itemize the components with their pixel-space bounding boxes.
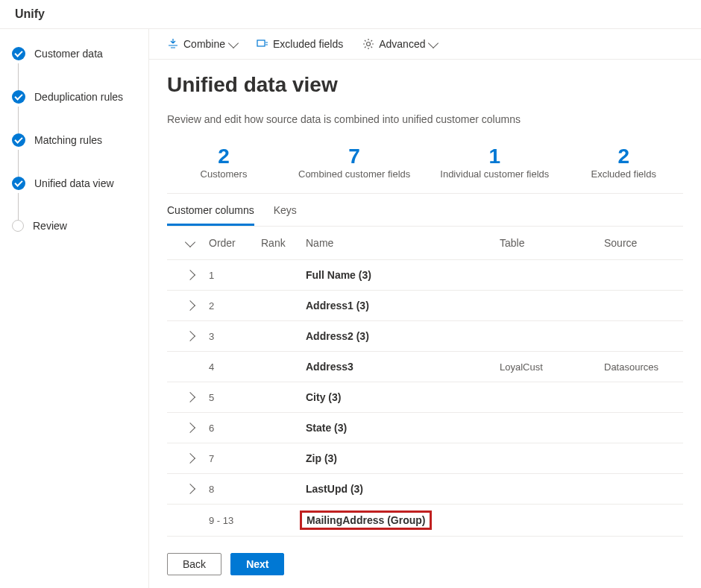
next-button[interactable]: Next	[230, 553, 284, 575]
check-icon	[12, 90, 25, 104]
advanced-menu[interactable]: Advanced	[362, 38, 437, 50]
table-body: 1Full Name (3)2Address1 (3)3Address2 (3)…	[167, 260, 683, 537]
check-icon	[12, 133, 25, 147]
order-cell: 4	[209, 361, 261, 373]
page-description: Review and edit how source data is combi…	[167, 113, 683, 125]
order-cell: 2	[209, 300, 261, 312]
step-matching-rules[interactable]: Matching rules	[12, 133, 136, 147]
header-order[interactable]: Order	[209, 237, 261, 249]
check-icon	[12, 47, 25, 60]
stat-individual-fields: 1 Individual customer fields	[440, 145, 549, 180]
table-row[interactable]: 3Address2 (3)	[167, 321, 683, 352]
chevron-down-icon[interactable]	[185, 236, 195, 247]
order-cell: 1	[209, 270, 261, 281]
svg-rect-0	[257, 40, 265, 46]
chevron-right-icon[interactable]	[185, 300, 195, 311]
stat-label: Customers	[179, 168, 268, 180]
step-label: Review	[33, 220, 67, 232]
order-cell: 7	[209, 453, 261, 464]
step-review[interactable]: Review	[12, 220, 136, 232]
step-label: Customer data	[34, 48, 103, 60]
name-cell: Zip (3)	[306, 452, 500, 464]
combine-menu[interactable]: Combine	[167, 38, 237, 50]
step-customer-data[interactable]: Customer data	[12, 47, 136, 60]
header-table[interactable]: Table	[500, 237, 604, 249]
stat-value: 7	[298, 145, 410, 168]
order-cell: 9 - 13	[209, 515, 261, 526]
command-bar: Combine Excluded fields Advanced	[149, 29, 701, 60]
header-source[interactable]: Source	[604, 237, 679, 249]
header-name[interactable]: Name	[306, 237, 500, 249]
stats-row: 2 Customers 7 Combined customer fields 1…	[167, 140, 683, 194]
step-deduplication-rules[interactable]: Deduplication rules	[12, 90, 136, 104]
table-row[interactable]: 1Full Name (3)	[167, 260, 683, 291]
order-cell: 8	[209, 484, 261, 495]
step-label: Unified data view	[34, 177, 114, 189]
chevron-right-icon[interactable]	[185, 484, 195, 494]
table-row[interactable]: 5City (3)	[167, 382, 683, 413]
table-row[interactable]: 7Zip (3)	[167, 443, 683, 474]
table-row[interactable]: 8LastUpd (3)	[167, 474, 683, 505]
combine-label: Combine	[183, 38, 225, 50]
name-cell: City (3)	[306, 391, 500, 403]
stat-value: 1	[440, 145, 549, 168]
stat-customers: 2 Customers	[179, 145, 268, 180]
source-cell: Datasources	[604, 361, 679, 373]
name-cell: Address1 (3)	[306, 300, 500, 312]
page-title: Unified data view	[167, 73, 683, 97]
step-label: Matching rules	[34, 134, 102, 146]
tab-keys[interactable]: Keys	[274, 204, 297, 226]
name-cell: LastUpd (3)	[306, 483, 500, 495]
chevron-right-icon[interactable]	[185, 453, 195, 464]
header-rank[interactable]: Rank	[261, 237, 306, 249]
table-row[interactable]: 9 - 13MailingAddress (Group)	[167, 505, 683, 537]
stat-value: 2	[579, 145, 668, 168]
stat-value: 2	[179, 145, 268, 168]
chevron-right-icon[interactable]	[185, 331, 195, 341]
back-button[interactable]: Back	[167, 553, 221, 575]
table-row[interactable]: 4Address3LoyalCustDatasources	[167, 352, 683, 382]
excluded-label: Excluded fields	[273, 38, 343, 50]
stat-label: Excluded fields	[579, 168, 668, 180]
tab-bar: Customer columns Keys	[167, 194, 683, 227]
step-label: Deduplication rules	[34, 91, 123, 103]
table-cell: LoyalCust	[500, 361, 604, 373]
tab-customer-columns[interactable]: Customer columns	[167, 204, 254, 226]
check-icon	[12, 177, 25, 190]
table-row[interactable]: 6State (3)	[167, 413, 683, 443]
table-header: Order Rank Name Table Source	[167, 227, 683, 260]
stat-excluded-fields: 2 Excluded fields	[579, 145, 668, 180]
order-cell: 3	[209, 331, 261, 342]
stat-combined-fields: 7 Combined customer fields	[298, 145, 410, 180]
advanced-label: Advanced	[379, 38, 425, 50]
stat-label: Individual customer fields	[440, 168, 549, 180]
name-cell: Address2 (3)	[306, 330, 500, 342]
empty-step-icon	[12, 220, 24, 232]
page-header: Unify	[0, 0, 701, 29]
name-cell: MailingAddress (Group)	[306, 513, 500, 527]
step-sidebar: Customer data Deduplication rules Matchi…	[0, 29, 149, 588]
name-cell: State (3)	[306, 422, 500, 434]
svg-point-1	[367, 42, 371, 46]
name-cell: Address3	[306, 361, 500, 373]
chevron-right-icon[interactable]	[185, 270, 195, 280]
chevron-down-icon	[228, 37, 239, 48]
highlight-box: MailingAddress (Group)	[300, 510, 432, 530]
step-unified-data-view[interactable]: Unified data view	[12, 177, 136, 190]
excluded-fields-icon	[257, 38, 268, 50]
chevron-down-icon	[428, 37, 438, 48]
footer-buttons: Back Next	[167, 537, 683, 588]
order-cell: 6	[209, 423, 261, 434]
table-row[interactable]: 2Address1 (3)	[167, 291, 683, 321]
app-title: Unify	[15, 7, 45, 20]
stat-label: Combined customer fields	[298, 168, 410, 180]
gear-icon	[362, 38, 374, 50]
name-cell: Full Name (3)	[306, 269, 500, 281]
order-cell: 5	[209, 392, 261, 403]
excluded-fields-button[interactable]: Excluded fields	[257, 38, 343, 50]
chevron-right-icon[interactable]	[185, 392, 195, 402]
combine-icon	[167, 38, 179, 50]
chevron-right-icon[interactable]	[185, 423, 195, 433]
